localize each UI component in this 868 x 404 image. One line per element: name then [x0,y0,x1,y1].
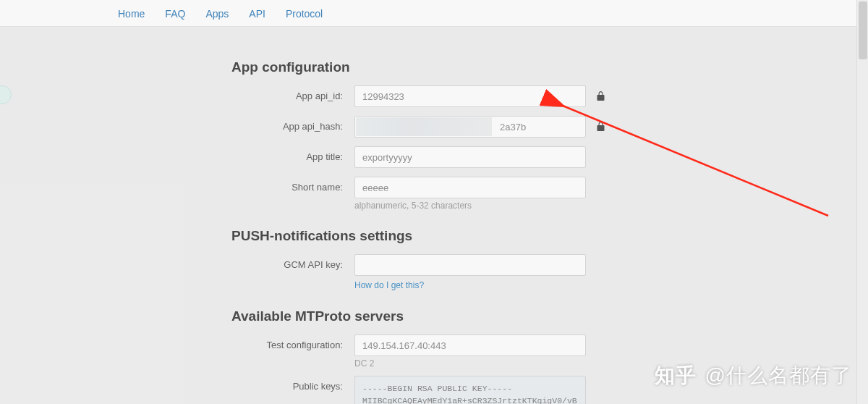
gcm-key-input[interactable] [354,254,586,276]
scrollbar[interactable] [856,0,868,404]
nav-protocol[interactable]: Protocol [286,8,323,20]
label-gcm-key: GCM API key: [231,254,354,270]
short-name-help: alphanumeric, 5-32 characters [354,201,586,211]
lock-icon [597,91,605,103]
nav-home[interactable]: Home [118,8,145,20]
watermark-handle: @什么名都有了 [705,362,852,390]
gcm-help-link[interactable]: How do I get this? [354,280,424,290]
row-app-title: App title: [231,146,854,169]
label-api-id: App api_id: [231,85,354,101]
row-gcm-key: GCM API key: How do I get this? [231,254,854,291]
watermark: 知乎 @什么名都有了 [655,362,852,390]
section-title-mtproto: Available MTProto servers [231,308,854,324]
label-short-name: Short name: [231,177,354,193]
app-title-input[interactable] [354,146,586,168]
lock-icon [597,121,605,133]
section-title-app-config: App configuration [231,59,854,75]
scrollbar-thumb[interactable] [859,1,867,59]
test-config-dc: DC 2 [354,358,586,369]
api-id-value[interactable]: 12994323 [354,85,586,107]
api-hash-visible: 2a37b [500,122,526,132]
nav-faq[interactable]: FAQ [165,8,185,20]
test-config-value[interactable]: 149.154.167.40:443 [354,334,586,356]
redacted-region [356,117,492,136]
nav-apps[interactable]: Apps [205,8,229,20]
short-name-input[interactable] [354,177,586,198]
label-app-title: App title: [231,146,354,162]
top-nav: Home FAQ Apps API Protocol [0,0,868,27]
row-short-name: Short name: alphanumeric, 5-32 character… [231,177,854,211]
label-public-keys: Public keys: [231,376,354,392]
main-content: App configuration App api_id: 12994323 A… [231,27,854,404]
row-api-hash: App api_hash: 2a37b [231,116,854,139]
label-test-config: Test configuration: [231,334,354,350]
api-hash-value[interactable]: 2a37b [354,116,586,138]
watermark-logo: 知乎 [655,362,697,390]
section-title-push: PUSH-notifications settings [231,228,854,244]
side-bubble [0,85,12,104]
public-keys-value[interactable]: -----BEGIN RSA PUBLIC KEY----- MIIBCgKCA… [354,376,586,404]
nav-api[interactable]: API [249,8,265,20]
row-api-id: App api_id: 12994323 [231,85,854,109]
label-api-hash: App api_hash: [231,116,354,132]
